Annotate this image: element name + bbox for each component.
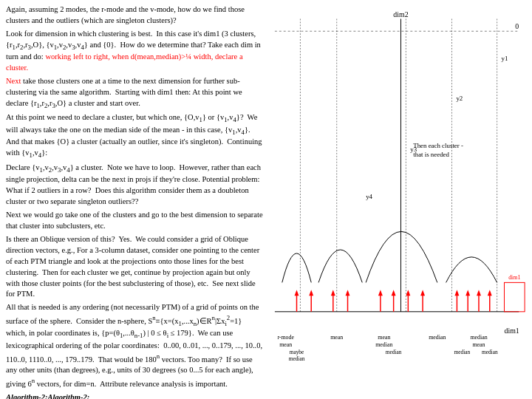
svg-marker-19 bbox=[392, 290, 396, 296]
svg-marker-9 bbox=[295, 290, 299, 296]
o-label: 0 bbox=[515, 22, 519, 30]
paragraph-5: Declare {v1,v2,v3,v4} a cluster. Note we… bbox=[6, 163, 264, 208]
paragraph-2: Look for dimension in which clustering i… bbox=[6, 29, 264, 74]
sub-label-maybe-median: maybe bbox=[290, 349, 304, 355]
svg-text:median: median bbox=[482, 349, 498, 355]
label-mean-median: mean bbox=[378, 334, 390, 341]
svg-marker-23 bbox=[420, 290, 425, 296]
paragraph-3: Next take those clusters one at a time t… bbox=[6, 76, 264, 110]
svg-marker-21 bbox=[406, 290, 410, 296]
svg-marker-11 bbox=[309, 290, 313, 296]
right-panel: dim2 dim1 0 y1 y2 y3 y4 bbox=[270, 0, 532, 399]
diagram-svg: dim2 dim1 0 y1 y2 y3 y4 bbox=[271, 3, 530, 395]
svg-marker-15 bbox=[346, 290, 350, 296]
y4-label: y4 bbox=[366, 193, 372, 200]
svg-marker-27 bbox=[466, 290, 470, 296]
svg-marker-31 bbox=[488, 290, 492, 296]
main-container: Again, assuming 2 modes, the r-mode and … bbox=[0, 0, 532, 399]
y1-label: y1 bbox=[502, 55, 508, 62]
svg-text:mean: mean bbox=[472, 341, 485, 348]
paragraph-8: All that is needed is any ordering (not … bbox=[6, 302, 264, 389]
svg-text:mean: mean bbox=[279, 341, 292, 348]
left-panel: Again, assuming 2 modes, the r-mode and … bbox=[0, 0, 270, 399]
label-mean: mean bbox=[330, 334, 343, 341]
svg-text:median: median bbox=[375, 341, 392, 348]
paragraph-1: Again, assuming 2 modes, the r-mode and … bbox=[6, 4, 264, 27]
paragraph-6: Next we would go take one of the cluster… bbox=[6, 210, 264, 232]
dim1-box-label: dim1 bbox=[508, 274, 520, 281]
label-median-mean: median bbox=[470, 334, 487, 341]
svg-marker-17 bbox=[378, 290, 383, 296]
sub-label-median2: median bbox=[386, 349, 402, 355]
svg-marker-29 bbox=[477, 290, 481, 296]
that-is-needed-text: that is needed bbox=[413, 151, 449, 158]
svg-marker-25 bbox=[454, 290, 459, 296]
alg-header: Algorithm-2:Algorithm-2: bbox=[6, 392, 264, 399]
then-each-cluster-text: Then each cluster - bbox=[413, 142, 463, 149]
y2-label: y2 bbox=[456, 95, 463, 102]
svg-text:median: median bbox=[289, 355, 305, 362]
svg-rect-37 bbox=[504, 282, 525, 311]
svg-marker-13 bbox=[331, 290, 335, 296]
label-median: median bbox=[429, 334, 446, 341]
dim1-label: dim1 bbox=[504, 327, 519, 335]
dim2-label: dim2 bbox=[393, 11, 408, 19]
sub-label-median-median: median bbox=[454, 349, 470, 355]
label-rmode-mean: r-mode bbox=[277, 334, 294, 341]
paragraph-4: At this point we need to declare a clust… bbox=[6, 112, 264, 160]
paragraph-7: Is there an Oblique version of this? Yes… bbox=[6, 234, 264, 300]
